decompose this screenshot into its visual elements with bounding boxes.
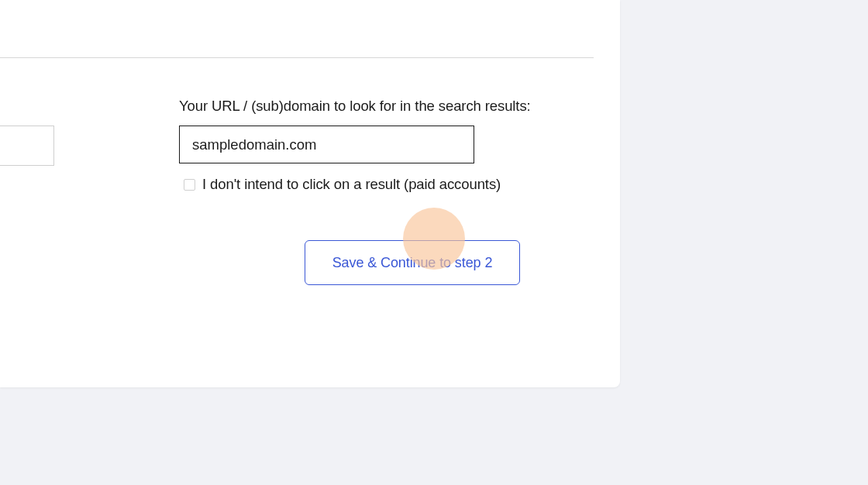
url-field-label: Your URL / (sub)domain to look for in th… <box>179 98 598 115</box>
dont-click-label[interactable]: I don't intend to click on a result (pai… <box>202 176 501 193</box>
horizontal-divider <box>0 57 594 58</box>
form-card: Your URL / (sub)domain to look for in th… <box>0 0 620 387</box>
save-continue-button[interactable]: Save & Continue to step 2 <box>305 240 520 285</box>
dont-click-checkbox[interactable] <box>184 179 195 191</box>
url-input[interactable] <box>179 126 474 163</box>
form-area: Your URL / (sub)domain to look for in th… <box>179 98 598 193</box>
dont-click-row: I don't intend to click on a result (pai… <box>179 176 598 193</box>
side-input[interactable] <box>0 126 54 166</box>
